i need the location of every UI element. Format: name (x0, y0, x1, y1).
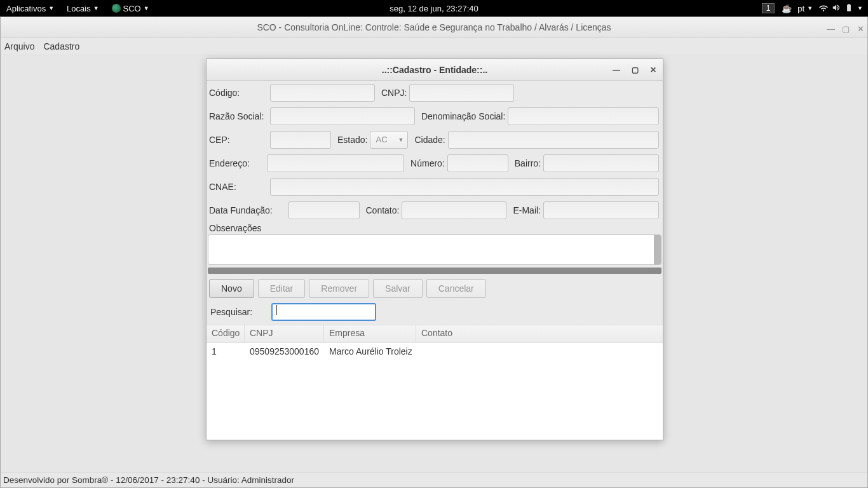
window-titlebar: SCO - Consultoria OnLine: Controle: Saúd… (1, 17, 867, 37)
codigo-field[interactable] (270, 84, 375, 102)
label-numero: Número: (409, 158, 445, 168)
label-observacoes: Observações (207, 222, 663, 234)
col-contato[interactable]: Contato (416, 325, 663, 342)
places-label: Locais (67, 4, 91, 13)
status-text: Desenvolvido por Sombra® - 12/06/2017 - … (3, 475, 294, 485)
label-razao: Razão Social: (208, 111, 268, 121)
app-menubar: Arquivo Cadastro (1, 37, 867, 55)
cnae-field[interactable] (270, 178, 659, 196)
editar-button[interactable]: Editar (258, 279, 306, 298)
endereco-field[interactable] (267, 154, 404, 172)
label-cep: CEP: (208, 135, 268, 145)
label-denom: Denominação Social: (420, 111, 505, 121)
dialog-title: ..::Cadastro - Entidade::.. (207, 65, 663, 75)
email-field[interactable] (543, 201, 659, 219)
cep-field[interactable] (270, 131, 331, 149)
scrollbar-vertical[interactable] (654, 235, 661, 264)
observacoes-textarea[interactable] (208, 234, 661, 265)
battery-icon[interactable] (843, 3, 855, 14)
label-codigo: Código: (208, 88, 268, 98)
data-fundacao-field[interactable] (288, 201, 360, 219)
cell-cnpj: 09509253000160 (245, 346, 324, 356)
dialog-close-button[interactable]: ✕ (650, 65, 656, 74)
dialog-titlebar: ..::Cadastro - Entidade::.. — ▢ ✕ (207, 59, 663, 81)
razao-social-field[interactable] (270, 107, 415, 125)
denominacao-social-field[interactable] (508, 107, 659, 125)
applications-menu[interactable]: Aplicativos ▼ (0, 0, 60, 17)
close-button[interactable]: ✕ (857, 24, 864, 30)
cnpj-field[interactable] (409, 84, 514, 102)
label-email: E-Mail: (512, 205, 541, 215)
app-client-area: ..::Cadastro - Entidade::.. — ▢ ✕ Código… (1, 55, 867, 472)
maximize-button[interactable]: ▢ (842, 24, 848, 30)
system-top-bar: Aplicativos ▼ Locais ▼ SCO ▼ seg, 12 de … (0, 0, 868, 17)
applications-label: Aplicativos (6, 4, 46, 13)
cancelar-button[interactable]: Cancelar (426, 279, 486, 298)
dialog-maximize-button[interactable]: ▢ (632, 65, 639, 74)
label-bairro: Bairro: (513, 158, 541, 168)
menu-cadastro[interactable]: Cadastro (43, 41, 79, 51)
label-estado: Estado: (336, 135, 367, 145)
cell-empresa: Marco Aurélio Troleiz (324, 346, 417, 356)
cell-codigo: 1 (207, 346, 245, 356)
active-app-label: SCO (123, 4, 141, 13)
novo-button[interactable]: Novo (209, 279, 254, 298)
status-bar: Desenvolvido por Sombra® - 12/06/2017 - … (1, 472, 867, 487)
estado-value: AC (376, 135, 387, 144)
menu-arquivo[interactable]: Arquivo (4, 41, 34, 51)
col-empresa[interactable]: Empresa (324, 325, 416, 342)
cidade-field[interactable] (448, 131, 659, 149)
clock[interactable]: seg, 12 de jun, 23:27:40 (390, 4, 478, 13)
chevron-down-icon: ▼ (93, 5, 99, 11)
col-codigo[interactable]: Código (207, 325, 245, 342)
sco-app-icon (112, 4, 121, 13)
table-row[interactable]: 1 09509253000160 Marco Aurélio Troleiz (207, 343, 663, 360)
label-pesquisar: Pesquisar: (209, 307, 269, 317)
chevron-down-icon: ▼ (398, 137, 404, 143)
clock-text: seg, 12 de jun, 23:27:40 (390, 4, 478, 13)
dialog-minimize-button[interactable]: — (613, 65, 620, 74)
salvar-button[interactable]: Salvar (373, 279, 423, 298)
coffee-icon[interactable]: ☕ (781, 4, 792, 13)
keyboard-layout-label: pt (797, 4, 804, 13)
wifi-icon[interactable] (818, 3, 829, 14)
pesquisar-input[interactable] (271, 303, 376, 321)
label-fundacao: Data Fundação: (208, 205, 286, 215)
volume-icon[interactable] (831, 3, 842, 14)
window-title: SCO - Consultoria OnLine: Controle: Saúd… (1, 22, 867, 32)
label-endereco: Endereço: (208, 158, 264, 168)
bairro-field[interactable] (543, 154, 659, 172)
estado-select[interactable]: AC ▼ (370, 131, 408, 149)
numero-field[interactable] (447, 154, 508, 172)
label-cidade: Cidade: (413, 135, 445, 145)
results-table: Código CNPJ Empresa Contato 1 0950925300… (207, 325, 663, 440)
label-cnae: CNAE: (208, 182, 268, 192)
chevron-down-icon: ▼ (807, 5, 813, 11)
workspace-indicator[interactable]: 1 (762, 3, 775, 13)
active-app-menu[interactable]: SCO ▼ (105, 0, 156, 17)
chevron-down-icon: ▼ (857, 5, 863, 11)
remover-button[interactable]: Remover (309, 279, 369, 298)
chevron-down-icon: ▼ (144, 5, 149, 11)
scrollbar-horizontal[interactable] (208, 268, 661, 274)
keyboard-layout[interactable]: pt ▼ (794, 0, 817, 17)
label-contato: Contato: (365, 205, 400, 215)
col-cnpj[interactable]: CNPJ (245, 325, 324, 342)
minimize-button[interactable]: — (827, 24, 833, 30)
cadastro-entidade-dialog: ..::Cadastro - Entidade::.. — ▢ ✕ Código… (206, 58, 663, 440)
label-cnpj: CNPJ: (380, 88, 407, 98)
contato-field[interactable] (402, 201, 506, 219)
chevron-down-icon: ▼ (48, 5, 54, 11)
places-menu[interactable]: Locais ▼ (60, 0, 105, 17)
app-window: SCO - Consultoria OnLine: Controle: Saúd… (0, 17, 868, 488)
